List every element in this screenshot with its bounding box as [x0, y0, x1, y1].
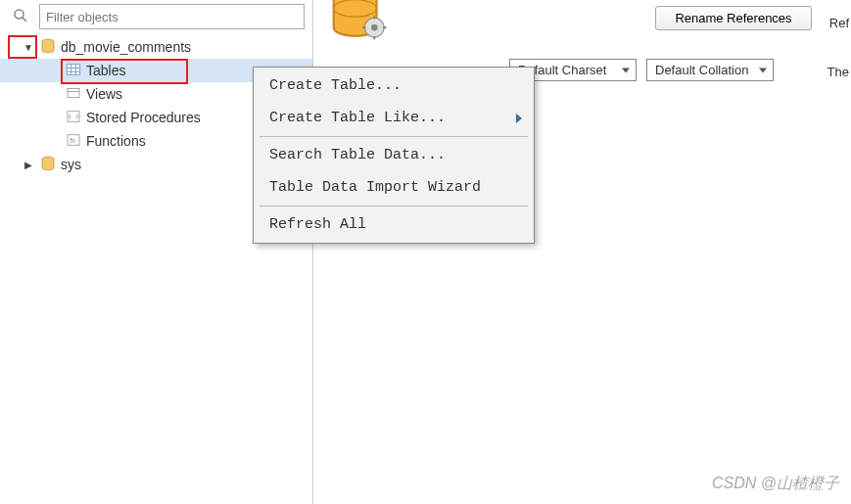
right-buttons: Rename References [655, 6, 812, 30]
refactor-label-cut: Ref [829, 16, 849, 30]
collation-value: Default Collation [655, 63, 748, 77]
tables-icon [61, 61, 86, 81]
database-icon [35, 37, 61, 58]
menu-create-like-label: Create Table Like... [269, 110, 446, 126]
db-node[interactable]: ▼ db_movie_comments [0, 35, 312, 59]
functions-label: Functions [86, 133, 146, 149]
the-label-cut: The [827, 65, 849, 79]
sys-label: sys [61, 157, 81, 172]
schema-big-icon [325, 0, 394, 52]
menu-search-table[interactable]: Search Table Data... [256, 139, 532, 171]
tables-label: Tables [86, 63, 125, 78]
context-menu: Create Table... Create Table Like... Sea… [253, 67, 535, 244]
procs-icon [61, 108, 86, 128]
functions-icon: fx [61, 131, 86, 152]
procs-label: Stored Procedures [86, 110, 201, 125]
svg-line-1 [23, 17, 27, 22]
menu-refresh-all[interactable]: Refresh All [256, 208, 532, 241]
svg-rect-3 [67, 64, 80, 74]
views-icon [61, 84, 86, 105]
db-label: db_movie_comments [61, 39, 191, 55]
svg-rect-8 [68, 88, 79, 97]
charset-row: Default Charset Default Collation [509, 59, 774, 81]
menu-separator [260, 136, 528, 137]
svg-text:fx: fx [70, 136, 75, 145]
filter-input[interactable] [39, 4, 305, 29]
expander-right-icon[interactable]: ▶ [22, 158, 35, 171]
menu-separator [260, 206, 528, 206]
menu-create-table[interactable]: Create Table... [256, 69, 532, 102]
collation-combo[interactable]: Default Collation [646, 59, 774, 81]
watermark: CSDN @山楂橙子 [712, 474, 839, 494]
submenu-arrow-icon [516, 114, 522, 123]
menu-create-table-like[interactable]: Create Table Like... [256, 102, 532, 134]
database-icon [35, 155, 61, 175]
menu-import-wizard[interactable]: Table Data Import Wizard [256, 171, 532, 204]
svg-point-17 [371, 24, 378, 31]
views-label: Views [86, 86, 122, 102]
filter-row [0, 0, 312, 33]
search-icon [8, 7, 33, 27]
rename-references-button[interactable]: Rename References [655, 6, 812, 30]
expander-down-icon[interactable]: ▼ [22, 40, 35, 54]
